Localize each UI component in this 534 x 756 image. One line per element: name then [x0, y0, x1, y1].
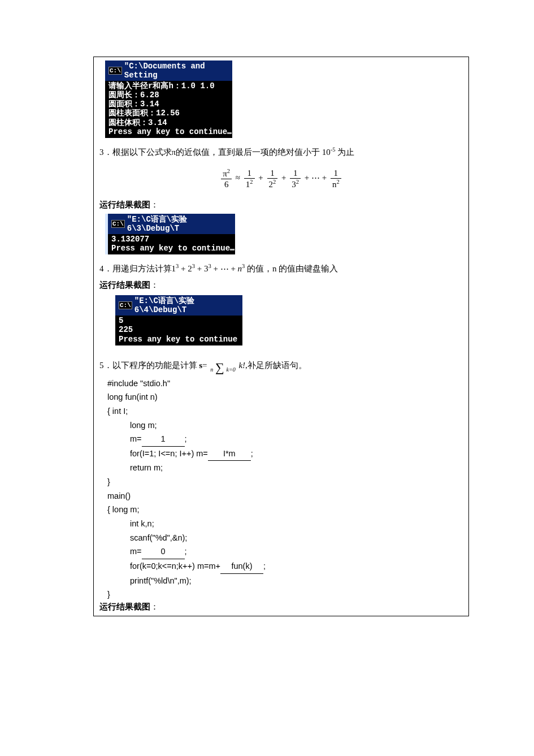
code-line: main() — [107, 489, 463, 503]
cmd-icon: C:\ — [119, 301, 132, 309]
code-frag: ; — [185, 434, 187, 443]
code-line: long m; — [107, 418, 463, 433]
console1-body: 请输入半径r和高h：1.0 1.0 圆周长：6.28 圆面积：3.14 圆柱表面… — [105, 81, 232, 138]
question-5: 5．以下程序的功能是计算 s= n ∑ k=0 k!,补足所缺语句。 — [99, 358, 463, 373]
cmd-icon: C:\ — [111, 220, 125, 228]
code-frag: m= — [130, 547, 142, 556]
code-line: for(I=1; I<=n; I++) m=I*m; — [107, 447, 463, 461]
q4-prefix: 4．用递归方法计算 — [99, 264, 172, 273]
q4-formula: 13 + 23 + 33 + ⋯ + n3 — [172, 264, 245, 273]
colon: ： — [150, 602, 159, 611]
result-label-2: 运行结果截图： — [99, 280, 463, 291]
console-output-1: C:\ "C:\Documents and Setting 请输入半径r和高h：… — [105, 61, 463, 138]
result-label-text: 运行结果截图 — [99, 200, 150, 209]
blank-1: 1 — [142, 432, 185, 447]
document-frame: C:\ "C:\Documents and Setting 请输入半径r和高h：… — [93, 57, 469, 616]
sigma-icon: n ∑ k=0 — [210, 362, 235, 373]
console3-title: "E:\C语言\实验6\4\Debug\T — [134, 296, 239, 314]
code-line: } — [107, 475, 463, 489]
question-3: 3．根据以下公式求π的近似值，直到最后一项的绝对值小于 10-5 为止 — [99, 145, 463, 160]
q3-text-tail: 为止 — [336, 148, 355, 157]
code-block: #include "stdio.h" long fun(int n) { int… — [107, 377, 463, 602]
code-frag: m= — [130, 434, 142, 443]
q3-exponent: -5 — [331, 146, 336, 153]
document-content: C:\ "C:\Documents and Setting 请输入半径r和高h：… — [94, 57, 468, 616]
code-line: m=1; — [107, 432, 463, 447]
code-line: { long m; — [107, 503, 463, 517]
colon: ： — [150, 200, 159, 209]
console3-body: 5 225 Press any key to continue — [115, 316, 242, 345]
result-label-1: 运行结果截图： — [99, 200, 463, 210]
code-line: return m; — [107, 461, 463, 475]
result-label-text: 运行结果截图 — [99, 280, 150, 290]
console1-title: "C:\Documents and Setting — [124, 62, 229, 80]
code-frag: for(k=0;k<=n;k++) m=m+ — [130, 561, 220, 571]
console1-titlebar: C:\ "C:\Documents and Setting — [105, 61, 232, 81]
code-line: for(k=0;k<=n;k++) m=m+fun(k); — [107, 559, 463, 574]
code-line: printf("%ld\n",m); — [107, 574, 463, 588]
code-frag: ; — [263, 561, 266, 571]
blank-2: I*m — [208, 447, 251, 461]
code-line: m=0; — [107, 545, 463, 559]
code-frag: ; — [185, 547, 187, 556]
code-line: #include "stdio.h" — [107, 377, 463, 391]
colon: ： — [150, 280, 159, 290]
q5-kfact: k! — [238, 361, 245, 370]
code-frag: ; — [251, 449, 253, 458]
q5-eq: = — [202, 361, 207, 370]
code-frag: for(I=1; I<=n; I++) m= — [130, 449, 208, 458]
result-label-text: 运行结果截图 — [99, 602, 150, 611]
console3-titlebar: C:\ "E:\C语言\实验6\4\Debug\T — [115, 295, 242, 316]
code-line: int k,n; — [107, 517, 463, 531]
cmd-icon: C:\ — [108, 67, 122, 75]
console-output-2-wrap: C:\ "E:\C语言\实验6\3\Debug\T 3.132077 Press… — [99, 214, 463, 254]
code-line: long fun(int n) — [107, 390, 463, 404]
code-line: } — [107, 587, 463, 602]
blank-4: fun(k) — [220, 559, 263, 574]
blank-3: 0 — [142, 545, 185, 559]
q5-prefix: 5．以下程序的功能是计算 — [99, 361, 199, 370]
q3-text: 3．根据以下公式求π的近似值，直到最后一项的绝对值小于 10 — [99, 148, 331, 157]
result-label-3: 运行结果截图： — [94, 602, 463, 612]
q5-suffix: 补足所缺语句。 — [248, 361, 307, 370]
q4-suffix: 的值，n 的值由键盘输入 — [247, 264, 338, 273]
code-line: { int I; — [107, 404, 463, 418]
pi-formula: π26 ≈ 112 + 122 + 132 + ⋯ + 1n2 — [99, 168, 463, 189]
question-4: 4．用递归方法计算13 + 23 + 33 + ⋯ + n3 的值，n 的值由键… — [99, 261, 463, 277]
console2-title: "E:\C语言\实验6\3\Debug\T — [127, 215, 232, 233]
console2-titlebar: C:\ "E:\C语言\实验6\3\Debug\T — [108, 214, 235, 234]
code-line: scanf("%d",&n); — [107, 531, 463, 545]
console-output-3: C:\ "E:\C语言\实验6\4\Debug\T 5 225 Press an… — [115, 295, 242, 345]
console2-body: 3.132077 Press any key to continue — [108, 234, 235, 254]
